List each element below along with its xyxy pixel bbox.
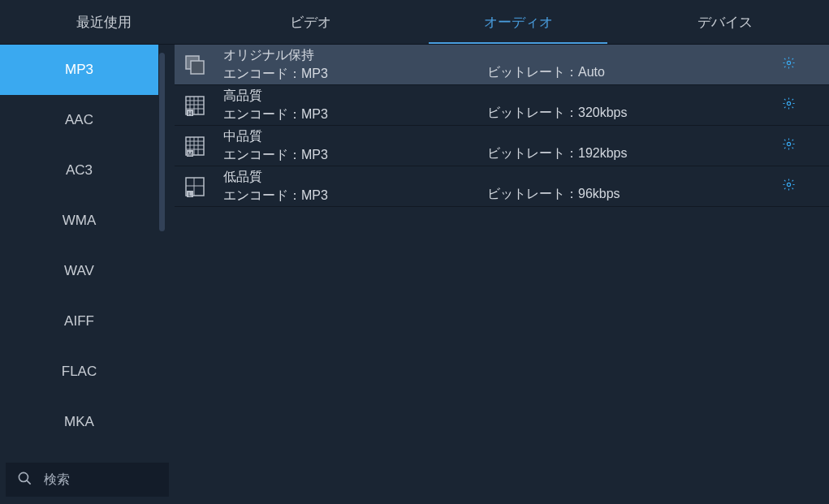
preset-labels: 低品質 エンコード：MP3	[223, 169, 487, 205]
sidebar-item-ac3[interactable]: AC3	[0, 145, 158, 196]
preset-bitrate: ビットレート：Auto	[487, 64, 772, 84]
preset-row-low[interactable]: L 低品質 エンコード：MP3 ビットレート：96kbps	[175, 166, 829, 207]
main-area: MP3 AAC AC3 WMA WAV AIFF FLAC MKA 検索	[0, 45, 829, 504]
search-placeholder: 検索	[44, 472, 70, 489]
sidebar-item-wma[interactable]: WMA	[0, 196, 158, 246]
svg-text:L: L	[188, 192, 192, 197]
svg-rect-3	[191, 61, 204, 74]
svg-point-14	[787, 101, 790, 105]
search-box[interactable]: 検索	[6, 463, 169, 497]
sidebar-item-aiff[interactable]: AIFF	[0, 296, 158, 347]
preset-title: 低品質	[223, 169, 487, 186]
preset-high-icon: H	[183, 93, 207, 118]
sidebar-item-wav[interactable]: WAV	[0, 246, 158, 296]
preset-encode: エンコード：MP3	[223, 106, 487, 123]
gear-icon	[782, 137, 796, 154]
preset-title: オリジナル保持	[223, 47, 487, 64]
tab-recent[interactable]: 最近使用	[0, 0, 207, 44]
preset-row-high[interactable]: H 高品質 エンコード：MP3 ビットレート：320kbps	[175, 85, 829, 126]
tab-device[interactable]: デバイス	[622, 0, 829, 44]
preset-labels: オリジナル保持 エンコード：MP3	[223, 47, 487, 83]
preset-labels: 高品質 エンコード：MP3	[223, 88, 487, 123]
preset-labels: 中品質 エンコード：MP3	[223, 128, 487, 164]
svg-text:H: H	[188, 110, 192, 116]
preset-settings-button[interactable]	[772, 130, 805, 162]
tab-audio[interactable]: オーディオ	[415, 0, 622, 44]
gear-icon	[782, 97, 796, 114]
gear-icon	[782, 56, 796, 73]
preset-settings-button[interactable]	[772, 89, 805, 122]
svg-point-4	[787, 61, 790, 64]
preset-encode: エンコード：MP3	[223, 66, 487, 83]
preset-settings-button[interactable]	[772, 49, 805, 81]
preset-settings-button[interactable]	[772, 170, 805, 203]
preset-row-medium[interactable]: M 中品質 エンコード：MP3 ビットレート：192kbps	[175, 126, 829, 166]
sidebar-item-flac[interactable]: FLAC	[0, 347, 158, 397]
preset-title: 中品質	[223, 128, 487, 145]
preset-encode: エンコード：MP3	[223, 147, 487, 164]
svg-line-1	[27, 480, 31, 484]
preset-row-original[interactable]: オリジナル保持 エンコード：MP3 ビットレート：Auto	[175, 45, 829, 85]
preset-list: オリジナル保持 エンコード：MP3 ビットレート：Auto	[175, 45, 829, 504]
search-icon	[17, 471, 32, 489]
preset-original-icon	[183, 53, 207, 77]
sidebar: MP3 AAC AC3 WMA WAV AIFF FLAC MKA 検索	[0, 45, 175, 504]
preset-low-icon: L	[183, 174, 207, 199]
svg-point-24	[787, 142, 790, 145]
preset-encode: エンコード：MP3	[223, 187, 487, 205]
preset-bitrate: ビットレート：320kbps	[487, 105, 772, 125]
preset-bitrate: ビットレート：192kbps	[487, 145, 772, 166]
sidebar-item-mp3[interactable]: MP3	[0, 45, 158, 95]
sidebar-list: MP3 AAC AC3 WMA WAV AIFF FLAC MKA	[0, 45, 175, 458]
sidebar-item-aac[interactable]: AAC	[0, 95, 158, 145]
top-tabs: 最近使用 ビデオ オーディオ デバイス	[0, 0, 829, 45]
sidebar-item-mka[interactable]: MKA	[0, 397, 158, 447]
gear-icon	[782, 178, 796, 195]
svg-point-30	[787, 183, 790, 186]
svg-text:M: M	[188, 151, 192, 157]
preset-medium-icon: M	[183, 134, 207, 158]
sidebar-scrollbar[interactable]	[159, 53, 165, 231]
preset-bitrate: ビットレート：96kbps	[487, 186, 772, 206]
preset-title: 高品質	[223, 88, 487, 105]
tab-video[interactable]: ビデオ	[207, 0, 414, 44]
svg-point-0	[19, 472, 28, 481]
